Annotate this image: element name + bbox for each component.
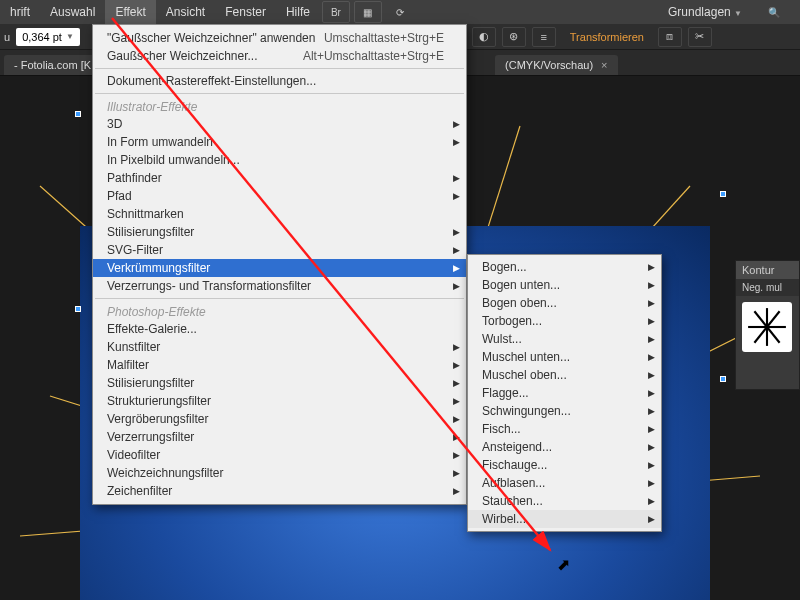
menu-item[interactable]: Pfad▶ — [93, 187, 466, 205]
menu-item[interactable]: In Pixelbild umwandeln... — [93, 151, 466, 169]
menu-item-select[interactable]: Auswahl — [40, 0, 105, 24]
anchor-point[interactable] — [720, 376, 726, 382]
menu-raster-settings[interactable]: Dokument-Rastereffekt-Einstellungen... — [93, 72, 466, 90]
anchor-point[interactable] — [75, 111, 81, 117]
menu-item[interactable]: Vergröberungsfilter▶ — [93, 410, 466, 428]
ctrl-fragment: u — [4, 31, 10, 43]
menu-item[interactable]: Strukturierungsfilter▶ — [93, 392, 466, 410]
search-icon[interactable]: 🔍 — [760, 1, 788, 23]
arrange-icon[interactable]: ▦ — [354, 1, 382, 23]
menu-item[interactable]: Wirbel...▶ — [468, 510, 661, 528]
menubar: hrift Auswahl Effekt Ansicht Fenster Hil… — [0, 0, 800, 24]
gpu-icon[interactable]: ⟳ — [386, 1, 414, 23]
menu-item[interactable]: Videofilter▶ — [93, 446, 466, 464]
menu-item[interactable]: Ansteigend...▶ — [468, 438, 661, 456]
blend-mode-fragment[interactable]: Neg. mul — [736, 279, 799, 296]
menu-item[interactable]: Bogen oben...▶ — [468, 294, 661, 312]
menu-item[interactable]: Bogen...▶ — [468, 258, 661, 276]
menu-item[interactable]: Wulst...▶ — [468, 330, 661, 348]
section-illustrator: Illustrator-Effekte — [93, 97, 466, 115]
menu-item[interactable]: Stilisierungsfilter▶ — [93, 374, 466, 392]
menu-item-type[interactable]: hrift — [0, 0, 40, 24]
menu-item[interactable]: Torbogen...▶ — [468, 312, 661, 330]
transform-label[interactable]: Transformieren — [570, 31, 644, 43]
anchor-point[interactable] — [720, 191, 726, 197]
menu-item-effect[interactable]: Effekt — [105, 0, 155, 24]
anchor-point[interactable] — [75, 306, 81, 312]
close-icon[interactable]: × — [601, 59, 607, 71]
graphic-style-swatch[interactable] — [742, 302, 792, 352]
doc-tab-1[interactable]: - Fotolia.com [K — [4, 55, 101, 75]
menu-item-view[interactable]: Ansicht — [156, 0, 215, 24]
stroke-weight-input[interactable]: 0,364 pt▼ — [16, 28, 80, 46]
menu-item[interactable]: Verkrümmungsfilter▶ — [93, 259, 466, 277]
menu-item[interactable]: Effekte-Galerie... — [93, 320, 466, 338]
workspace-switcher[interactable]: Grundlagen ▼ — [660, 5, 750, 19]
clip-icon[interactable]: ✂ — [688, 27, 712, 47]
menu-item[interactable]: Stilisierungsfilter▶ — [93, 223, 466, 241]
svg-line-10 — [767, 311, 780, 327]
menu-item[interactable]: Stauchen...▶ — [468, 492, 661, 510]
menu-item[interactable]: Malfilter▶ — [93, 356, 466, 374]
menu-item[interactable]: Pathfinder▶ — [93, 169, 466, 187]
svg-line-12 — [767, 327, 780, 343]
menu-item[interactable]: Muschel unten...▶ — [468, 348, 661, 366]
menu-item[interactable]: Muschel oben...▶ — [468, 366, 661, 384]
isolate-icon[interactable]: ⧈ — [658, 27, 682, 47]
menu-item[interactable]: Schnittmarken — [93, 205, 466, 223]
menu-item[interactable]: Schwingungen...▶ — [468, 402, 661, 420]
menu-apply-last[interactable]: "Gaußscher Weichzeichner" anwendenUmscha… — [93, 29, 466, 47]
align-icon[interactable]: ≡ — [532, 27, 556, 47]
svg-line-16 — [754, 311, 767, 327]
menu-item[interactable]: Fischauge...▶ — [468, 456, 661, 474]
doc-tab-2[interactable]: (CMYK/Vorschau)× — [495, 55, 617, 75]
menu-item[interactable]: In Form umwandeln▶ — [93, 133, 466, 151]
stroke-panel: Kontur Neg. mul — [735, 260, 800, 390]
menu-item[interactable]: Weichzeichnungsfilter▶ — [93, 464, 466, 482]
menu-item[interactable]: Verzerrungsfilter▶ — [93, 428, 466, 446]
opacity-icon[interactable]: ◐ — [472, 27, 496, 47]
effect-menu: "Gaußscher Weichzeichner" anwendenUmscha… — [92, 24, 467, 505]
menu-item-help[interactable]: Hilfe — [276, 0, 320, 24]
menu-item[interactable]: Aufblasen...▶ — [468, 474, 661, 492]
panel-tab-stroke[interactable]: Kontur — [736, 261, 799, 279]
menu-item[interactable]: Flagge...▶ — [468, 384, 661, 402]
section-photoshop: Photoshop-Effekte — [93, 302, 466, 320]
warp-submenu: Bogen...▶Bogen unten...▶Bogen oben...▶To… — [467, 254, 662, 532]
menu-item[interactable]: Verzerrungs- und Transformationsfilter▶ — [93, 277, 466, 295]
menu-item[interactable]: SVG-Filter▶ — [93, 241, 466, 259]
recolor-icon[interactable]: ⊛ — [502, 27, 526, 47]
menu-item[interactable]: 3D▶ — [93, 115, 466, 133]
menu-item[interactable]: Bogen unten...▶ — [468, 276, 661, 294]
menu-item[interactable]: Fisch...▶ — [468, 420, 661, 438]
svg-line-14 — [754, 327, 767, 343]
menu-item-window[interactable]: Fenster — [215, 0, 276, 24]
menu-item[interactable]: Zeichenfilter▶ — [93, 482, 466, 500]
menu-item[interactable]: Kunstfilter▶ — [93, 338, 466, 356]
menu-last-settings[interactable]: Gaußscher Weichzeichner...Alt+Umschaltta… — [93, 47, 466, 65]
bridge-icon[interactable]: Br — [322, 1, 350, 23]
